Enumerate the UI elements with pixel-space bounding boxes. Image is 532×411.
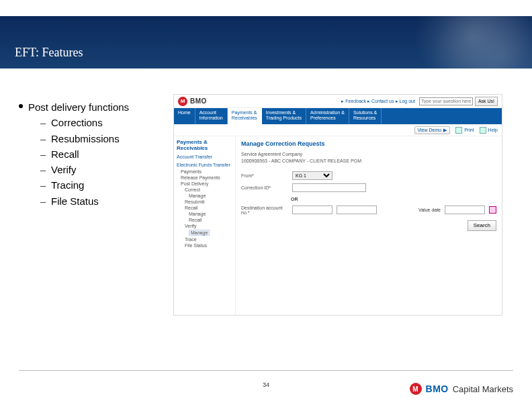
contact-link[interactable]: Contact us [371, 99, 394, 104]
main-nav: Home Account Information Payments & Rece… [174, 108, 502, 124]
app-body: Payments & Receivables Account Transfer … [174, 136, 502, 315]
view-demo-button[interactable]: View Demo ▶ [414, 126, 451, 134]
tab-label: Payments & Receivables [232, 110, 257, 120]
dest-account-label: Destination account no.* [241, 205, 288, 215]
sidebar-item-release[interactable]: Release Payments [177, 175, 232, 181]
search-form: From* KG 1 Correction ID* OR Destination… [241, 170, 496, 231]
dash-icon: – [40, 115, 46, 130]
tab-investments[interactable]: Investments & Trading Products [262, 108, 306, 124]
dash-icon: – [40, 177, 46, 193]
sidebar-item-selected[interactable]: Manage [189, 230, 210, 236]
footer-logo-bmo: BMO [426, 383, 449, 394]
main-panel: Manage Correction Requests Service Agree… [236, 136, 502, 315]
play-icon: ▶ [443, 128, 447, 133]
sub-item: Tracing [51, 177, 84, 193]
sidebar-item-recall[interactable]: Recall [177, 205, 232, 211]
service-label: Service Agreement Company [241, 151, 496, 158]
tab-label: Solutions & Resources [353, 110, 377, 120]
button-label: View Demo [418, 128, 442, 132]
tab-account-info[interactable]: Account Information [195, 108, 228, 124]
tab-label: Account Information [200, 110, 223, 120]
bullet-dot-icon [19, 104, 23, 108]
value-date-input[interactable] [445, 205, 485, 214]
sub-item: Recall [51, 146, 79, 162]
tab-label: Investments & Trading Products [266, 110, 302, 120]
sidebar-item-postdelivery[interactable]: Post Delivery [177, 181, 232, 187]
bmo-roundel-icon: M [410, 383, 422, 395]
banner-decor [384, 9, 532, 75]
panel-heading: Manage Correction Requests [241, 140, 496, 147]
sub-item: Verify [51, 162, 77, 177]
tab-admin[interactable]: Administration & Preferences [306, 108, 349, 124]
from-label: From* [241, 173, 288, 178]
print-link[interactable]: Print [455, 127, 474, 134]
sub-item: File Status [51, 193, 99, 209]
sidebar-item-filestatus[interactable]: File Status [177, 242, 232, 248]
correction-id-input[interactable] [292, 183, 366, 192]
or-divider: OR [291, 197, 496, 201]
tab-solutions[interactable]: Solutions & Resources [349, 108, 382, 124]
from-select[interactable]: KG 1 [292, 171, 332, 180]
correction-id-label: Correction ID* [241, 185, 288, 190]
service-value: 1600908563 - ABC COMPANY - CLIENT RELEAS… [241, 158, 496, 165]
print-icon [455, 127, 462, 134]
footer-logo-cm: Capital Markets [453, 384, 513, 394]
logout-link[interactable]: Log out [400, 99, 415, 104]
sidebar-item-recall2[interactable]: Recall [177, 217, 232, 223]
dest-account-input-2[interactable] [337, 205, 377, 214]
slide-title: EFT: Features [15, 46, 83, 60]
sub-item: Resubmissions [51, 131, 120, 146]
sidebar-item-account-transfer[interactable]: Account Transfer [177, 154, 232, 159]
sub-bullets: –Corrections –Resubmissions –Recall –Ver… [40, 115, 160, 209]
dash-icon: – [40, 146, 46, 162]
app-screenshot: M BMO ▸ Feedback ▸ Contact us ▸ Log out … [173, 94, 502, 316]
sidebar-title: Payments & Receivables [177, 139, 232, 151]
bmo-logo: M BMO [178, 97, 207, 106]
link-label: Print [464, 128, 474, 132]
feedback-link[interactable]: Feedback [345, 99, 366, 104]
search-button[interactable]: Search [468, 220, 496, 231]
dash-icon: – [40, 131, 46, 146]
sidebar-item-payments[interactable]: Payments [177, 169, 232, 175]
help-icon [480, 127, 486, 134]
sidebar-item-correct[interactable]: Correct [177, 187, 232, 193]
utility-bar: View Demo ▶ Print Help [174, 124, 502, 136]
sidebar-item-eft[interactable]: Electronic Funds Transfer [177, 163, 232, 167]
page-number: 34 [263, 381, 269, 388]
help-link[interactable]: Help [480, 127, 498, 134]
sidebar-eft-items: Payments Release Payments Post Delivery … [177, 169, 232, 248]
ask-button[interactable]: Ask Us! [475, 97, 498, 106]
value-date-label: Value date [418, 208, 441, 212]
slide: EFT: Features Post delivery functions –C… [0, 0, 532, 411]
footer-divider [19, 370, 513, 371]
sidebar-item-manage[interactable]: Manage [177, 193, 232, 199]
sidebar-item-resubmit[interactable]: Resubmit [177, 199, 232, 205]
tab-label: Administration & Preferences [310, 110, 345, 120]
bmo-roundel-icon: M [178, 97, 187, 106]
link-label: Help [488, 128, 498, 132]
footer-logo: M BMO Capital Markets [410, 383, 513, 395]
sidebar-item-manage2[interactable]: Manage [177, 211, 232, 217]
bullet-heading: Post delivery functions [28, 99, 129, 115]
bullet-list: Post delivery functions –Corrections –Re… [19, 99, 160, 209]
tab-payments-receivables[interactable]: Payments & Receivables [228, 108, 262, 124]
topbar-right: ▸ Feedback ▸ Contact us ▸ Log out Ask Us… [341, 97, 498, 106]
tab-label: Home [178, 110, 191, 115]
bullet-lvl1: Post delivery functions [19, 99, 160, 115]
ask-input[interactable] [419, 97, 473, 105]
service-info: Service Agreement Company 1600908563 - A… [241, 151, 496, 165]
dash-icon: – [40, 162, 46, 177]
title-banner: EFT: Features [0, 16, 532, 68]
tab-home[interactable]: Home [174, 108, 195, 124]
sidebar-item-trace[interactable]: Trace [177, 236, 232, 242]
calendar-icon[interactable] [489, 206, 496, 214]
sidebar: Payments & Receivables Account Transfer … [174, 136, 236, 315]
dash-icon: – [40, 193, 46, 209]
top-links: ▸ Feedback ▸ Contact us ▸ Log out [341, 99, 415, 104]
bmo-logo-text: BMO [190, 97, 207, 105]
sub-item: Corrections [51, 115, 103, 130]
app-topbar: M BMO ▸ Feedback ▸ Contact us ▸ Log out … [174, 95, 502, 108]
sidebar-item-verify[interactable]: Verify [177, 223, 232, 229]
ask-box: Ask Us! [419, 97, 498, 106]
dest-account-input-1[interactable] [292, 205, 332, 214]
